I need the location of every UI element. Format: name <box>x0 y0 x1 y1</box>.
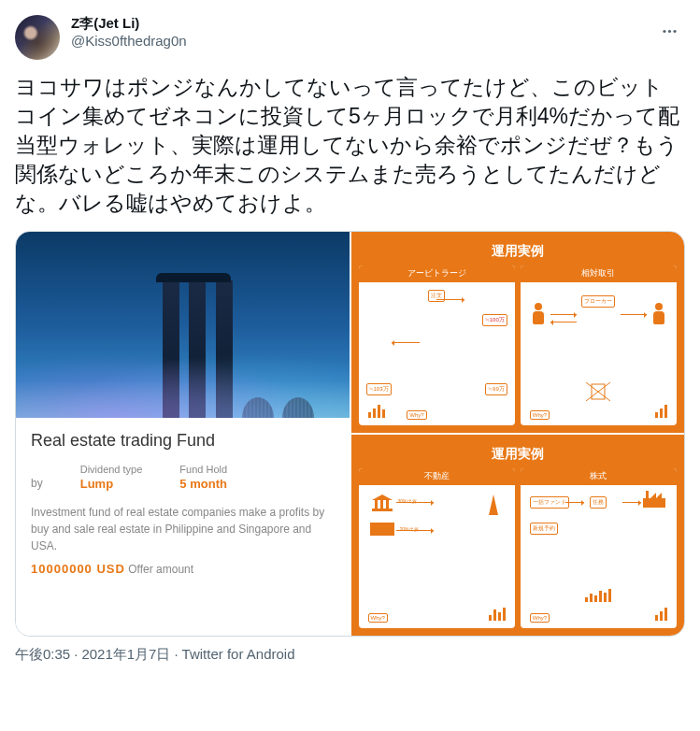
tweet-text: ヨコサワはポンジなんかしてないって言ってたけど、このビットコイン集めてゼネコンに… <box>15 73 685 218</box>
val-100: ≒100万 <box>482 314 507 326</box>
svg-rect-7 <box>375 500 378 509</box>
svg-marker-11 <box>489 494 498 515</box>
svg-rect-10 <box>372 509 393 511</box>
tweet-date[interactable]: 2021年1月7日 <box>81 646 170 662</box>
svg-rect-14 <box>646 491 649 498</box>
otc-box: 相対取引 ブローカー Why? <box>521 265 677 425</box>
svg-marker-15 <box>650 493 656 498</box>
name-column: Z李(Jet Li) @Kiss0fthedrag0n <box>71 15 187 60</box>
tweet-header: Z李(Jet Li) @Kiss0fthedrag0n <box>15 15 685 60</box>
fund-hold-value: 5 month <box>179 477 227 491</box>
arbitrage-box: アービトラージ 注文 ≒100万 ≒103万 ≒99万 Why? <box>359 265 515 425</box>
chip: 注文 <box>428 290 445 302</box>
factory-icon <box>643 491 665 508</box>
person-icon <box>532 303 545 325</box>
realestate-box: 不動産 30%出資 20%出資 Why? <box>359 468 515 628</box>
ellipsis-icon <box>661 22 679 40</box>
svg-marker-6 <box>372 494 393 500</box>
chip: 新規予約 <box>530 523 558 535</box>
building-cross-icon <box>586 382 610 401</box>
tweet-container: Z李(Jet Li) @Kiss0fthedrag0n ヨコサワはポンジなんかし… <box>0 0 700 671</box>
offer-amount: 10000000 USD <box>31 562 125 576</box>
stocks-box: 株式 一括ファンド 任務 新規予約 Why? <box>521 468 677 628</box>
skyline-image <box>16 232 350 418</box>
tweet-meta: 午後0:35·2021年1月7日·Twitter for Android <box>15 646 685 664</box>
svg-rect-8 <box>380 500 383 509</box>
by-label: by <box>31 464 43 490</box>
fund-hold-label: Fund Hold <box>179 464 227 475</box>
media-image-2[interactable]: 運用実例 アービトラージ 注文 ≒100万 ≒103万 ≒99万 Why? <box>351 232 685 433</box>
why-chip: Why? <box>530 613 550 623</box>
svg-point-0 <box>663 29 665 32</box>
tweet-time[interactable]: 午後0:35 <box>15 646 70 662</box>
media-image-1[interactable]: Real estate trading Fund by Dividend typ… <box>16 232 350 636</box>
media-image-3[interactable]: 運用実例 不動産 30%出資 20%出資 Why? <box>351 435 685 636</box>
broker-chip: ブローカー <box>581 295 615 308</box>
user-handle[interactable]: @Kiss0fthedrag0n <box>71 33 187 49</box>
fund-title: Real estate trading Fund <box>31 431 335 451</box>
media-grid: Real estate trading Fund by Dividend typ… <box>15 231 685 637</box>
arbitrage-label: アービトラージ <box>359 265 515 282</box>
avatar[interactable] <box>15 15 60 60</box>
why-chip: Why? <box>530 410 550 420</box>
why-chip: Why? <box>368 613 388 623</box>
svg-rect-13 <box>643 498 665 508</box>
svg-rect-9 <box>386 500 389 509</box>
svg-rect-12 <box>370 523 394 536</box>
building-icon <box>370 523 394 536</box>
slide3-title: 運用実例 <box>359 442 678 468</box>
tweet-source[interactable]: Twitter for Android <box>182 646 295 662</box>
chip: 任務 <box>590 496 607 509</box>
val-103: ≒103万 <box>366 383 392 395</box>
chip: 一括ファンド <box>530 496 569 509</box>
dividend-type-label: Dividend type <box>80 464 143 475</box>
val-99: ≒99万 <box>485 383 507 395</box>
display-name[interactable]: Z李(Jet Li) <box>71 15 187 33</box>
person-icon <box>652 303 665 325</box>
slide2-title: 運用実例 <box>359 239 678 265</box>
fund-card-body: Real estate trading Fund by Dividend typ… <box>16 418 350 636</box>
bank-icon <box>372 494 393 511</box>
percent-20: 20%出資 <box>400 526 419 532</box>
svg-point-1 <box>667 29 670 32</box>
svg-point-2 <box>673 29 676 32</box>
fund-description: Investment fund of real estate companies… <box>31 504 335 554</box>
stocks-label: 株式 <box>521 468 677 485</box>
realestate-label: 不動産 <box>359 468 515 485</box>
tower-icon <box>489 494 498 515</box>
more-options-button[interactable] <box>653 15 685 47</box>
offer-label: Offer amount <box>128 563 193 576</box>
offer-line: 10000000 USD Offer amount <box>31 562 335 576</box>
percent-30: 30%出資 <box>398 498 417 504</box>
svg-marker-16 <box>656 493 662 498</box>
user-block[interactable]: Z李(Jet Li) @Kiss0fthedrag0n <box>15 15 187 60</box>
why-chip: Why? <box>407 410 426 420</box>
dividend-type-value: Lump <box>80 477 143 491</box>
otc-label: 相対取引 <box>521 265 677 282</box>
